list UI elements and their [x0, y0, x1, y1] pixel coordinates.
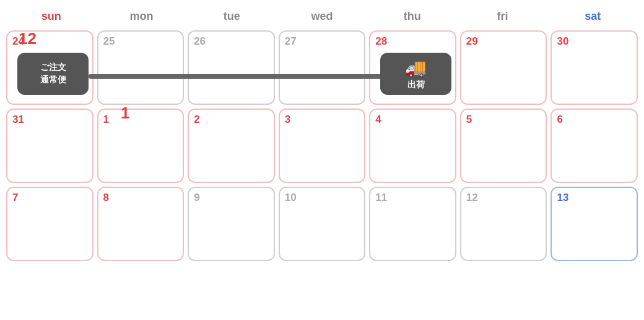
order-label-line2: 通常便 — [40, 74, 66, 86]
cell-10[interactable]: 10 — [279, 187, 366, 261]
date-29: 29 — [466, 35, 478, 48]
date-5: 5 — [466, 113, 472, 126]
calendar: sun mon tue wed thu fri sat 12 1 24 25 2… — [0, 0, 644, 261]
date-8: 8 — [103, 192, 109, 204]
cell-31[interactable]: 31 — [6, 109, 94, 183]
date-6: 6 — [557, 113, 562, 126]
cell-30[interactable]: 30 — [550, 30, 638, 105]
header-sat: sat — [547, 5, 638, 28]
date-30: 30 — [557, 35, 568, 48]
cell-13[interactable]: 13 — [550, 187, 638, 261]
header-thu: thu — [367, 5, 458, 28]
month-label: 12 — [19, 29, 37, 48]
date-12: 12 — [466, 192, 478, 204]
date-9: 9 — [194, 192, 199, 204]
truck-icon: 🚚 — [405, 58, 427, 78]
date-28: 28 — [375, 35, 387, 48]
cell-3[interactable]: 3 — [279, 109, 366, 183]
event-connector — [89, 74, 386, 79]
day-headers: sun mon tue wed thu fri sat — [6, 0, 638, 28]
week-row-3: 7 8 9 10 11 12 13 — [6, 187, 638, 261]
date-10: 10 — [285, 192, 297, 204]
date-1: 1 — [103, 113, 109, 126]
header-tue: tue — [186, 5, 277, 28]
date-31: 31 — [12, 113, 24, 126]
order-label-line1: ご注文 — [40, 61, 66, 74]
cell-5[interactable]: 5 — [460, 109, 547, 183]
date-11: 11 — [375, 192, 387, 204]
cell-25[interactable]: 25 — [97, 30, 185, 105]
header-sun: sun — [6, 5, 97, 28]
cell-1[interactable]: 1 — [97, 109, 185, 183]
date-4: 4 — [375, 113, 381, 126]
delivery-label: 出荷 — [407, 79, 425, 91]
cell-11[interactable]: 11 — [369, 187, 456, 261]
date-3: 3 — [285, 113, 290, 126]
cell-27[interactable]: 27 — [279, 30, 366, 105]
cell-7[interactable]: 7 — [6, 187, 94, 261]
cell-29[interactable]: 29 — [460, 30, 547, 105]
header-wed: wed — [277, 5, 367, 28]
cell-6[interactable]: 6 — [550, 109, 638, 183]
cell-2[interactable]: 2 — [188, 109, 275, 183]
delivery-event-box: 🚚 出荷 — [380, 53, 451, 95]
calendar-rows: 12 1 24 25 26 27 28 29 30 — [6, 30, 638, 261]
date-2: 2 — [194, 113, 199, 126]
cell-4[interactable]: 4 — [369, 109, 456, 183]
cell-12[interactable]: 12 — [460, 187, 547, 261]
week-row-1: 24 25 26 27 28 29 30 ご注文 通常便 — [6, 30, 638, 105]
date-26: 26 — [194, 35, 206, 48]
header-mon: mon — [97, 5, 187, 28]
date-27: 27 — [285, 35, 297, 48]
date-25: 25 — [103, 35, 115, 48]
date-7: 7 — [12, 192, 18, 204]
cell-9[interactable]: 9 — [188, 187, 275, 261]
order-event-box: ご注文 通常便 — [17, 53, 89, 95]
header-fri: fri — [458, 5, 548, 28]
date-13: 13 — [557, 192, 568, 204]
week-row-2: 31 1 2 3 4 5 6 — [6, 109, 638, 183]
cell-8[interactable]: 8 — [97, 187, 185, 261]
week-label: 1 — [121, 104, 129, 123]
cell-26[interactable]: 26 — [188, 30, 275, 105]
